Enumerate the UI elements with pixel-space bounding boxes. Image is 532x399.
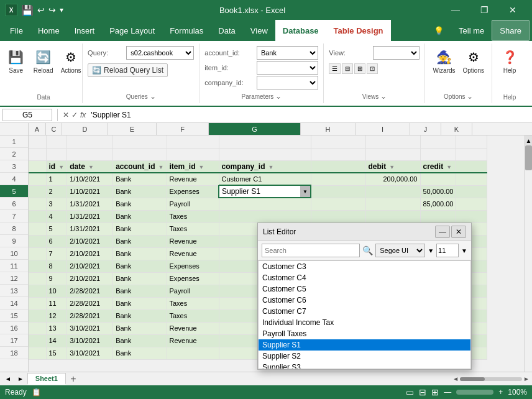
parameters-expand-icon[interactable]: ⌄ [275, 92, 282, 101]
cell[interactable]: 13 [46, 322, 67, 334]
list-item-selected[interactable]: Supplier S1 [259, 339, 470, 351]
list-item[interactable]: Customer C7 [259, 306, 470, 317]
cell[interactable] [420, 173, 456, 185]
cell-header-extra[interactable] [456, 160, 487, 173]
tab-data[interactable]: Data [211, 20, 242, 41]
list-editor-search[interactable] [262, 244, 360, 257]
cell[interactable] [29, 260, 46, 272]
cell[interactable] [29, 198, 46, 210]
tab-database[interactable]: Database [275, 20, 326, 41]
share-btn[interactable]: Share [492, 20, 530, 41]
cell[interactable] [420, 148, 456, 160]
font-size-dropdown-icon[interactable]: ▼ [461, 247, 467, 254]
cell[interactable]: 1/31/2021 [67, 198, 113, 210]
cell[interactable]: Revenue [167, 322, 219, 334]
reload-query-btn[interactable]: 🔄 Reload Query List [88, 63, 168, 77]
fx-icon[interactable]: fx [80, 111, 86, 119]
cell[interactable]: Revenue [167, 235, 219, 247]
cell[interactable]: Payroll [167, 285, 219, 297]
cell[interactable]: Bank [113, 334, 167, 347]
cell[interactable]: Bank [113, 347, 167, 359]
cell[interactable] [311, 185, 365, 198]
cell[interactable]: Bank [113, 247, 167, 260]
cell[interactable] [29, 347, 46, 359]
sheet-tab-sheet1[interactable]: Sheet1 [27, 373, 66, 385]
cell[interactable]: 1/31/2021 [67, 222, 113, 235]
list-item[interactable]: Customer C6 [259, 295, 470, 306]
vertical-scrollbar[interactable]: ▲ ▼ [525, 135, 532, 389]
cell[interactable] [365, 185, 420, 198]
cell[interactable]: 2/10/2021 [67, 272, 113, 285]
list-editor-font-select[interactable]: Segoe UI [375, 244, 425, 257]
list-item[interactable]: Customer C5 [259, 283, 470, 295]
cell[interactable] [456, 210, 487, 222]
cell[interactable]: 3 [46, 198, 67, 210]
row-14[interactable]: 14 [0, 297, 28, 310]
name-box[interactable] [2, 109, 52, 121]
cell[interactable] [365, 135, 420, 148]
cell[interactable]: Bank [113, 173, 167, 185]
hscroll-left-btn[interactable]: ◄ [452, 375, 459, 382]
cell[interactable] [219, 210, 311, 222]
list-editor-minimize-btn[interactable]: — [435, 226, 450, 238]
cell[interactable] [167, 347, 219, 359]
cell[interactable] [29, 322, 46, 334]
cell[interactable] [46, 135, 67, 148]
cancel-formula-icon[interactable]: ✕ [63, 111, 69, 119]
cell[interactable] [29, 310, 46, 322]
cell[interactable] [29, 334, 46, 347]
cell[interactable] [29, 272, 46, 285]
cell[interactable] [311, 210, 365, 222]
cell-header-item[interactable]: item_id ▼ [167, 160, 219, 173]
row-3[interactable]: 3 [0, 160, 28, 173]
cell[interactable]: 7 [46, 247, 67, 260]
list-item[interactable]: Supplier S2 [259, 351, 470, 362]
row-12[interactable]: 12 [0, 272, 28, 285]
cell[interactable]: 3/10/2021 [67, 347, 113, 359]
close-btn[interactable]: ✕ [498, 0, 527, 20]
cell[interactable]: Bank [113, 285, 167, 297]
cell[interactable] [311, 148, 365, 160]
cell[interactable]: 1/10/2021 [67, 173, 113, 185]
cell[interactable]: Bank [113, 185, 167, 198]
cell[interactable]: 1/10/2021 [67, 185, 113, 198]
cell[interactable]: Bank [113, 210, 167, 222]
col-K[interactable]: K [441, 123, 472, 135]
cell[interactable]: 15 [46, 347, 67, 359]
row-10[interactable]: 10 [0, 247, 28, 260]
cell[interactable] [29, 185, 46, 198]
col-J[interactable]: J [410, 123, 441, 135]
cell[interactable]: Bank [113, 198, 167, 210]
list-item[interactable]: Individual Income Tax [259, 317, 470, 328]
formula-input[interactable] [88, 109, 530, 121]
cell[interactable]: Bank [113, 322, 167, 334]
cell[interactable]: 1 [46, 173, 67, 185]
cell[interactable] [29, 222, 46, 235]
cell[interactable] [29, 285, 46, 297]
row-2[interactable]: 2 [0, 148, 28, 160]
cell[interactable]: Revenue [167, 173, 219, 185]
cell[interactable]: 8 [46, 260, 67, 272]
scroll-thumb-v[interactable] [525, 145, 532, 170]
cell[interactable]: Expenses [167, 272, 219, 285]
cell[interactable] [29, 235, 46, 247]
cell[interactable]: 2/10/2021 [67, 260, 113, 272]
views-expand-icon[interactable]: ⌄ [380, 92, 387, 101]
layout-normal-icon[interactable]: ▭ [406, 387, 414, 397]
cell[interactable]: 4 [46, 210, 67, 222]
cell[interactable]: Revenue [167, 334, 219, 347]
list-editor-font-size[interactable] [436, 244, 459, 257]
cell[interactable] [365, 210, 420, 222]
hscroll-track[interactable] [460, 377, 522, 381]
cell-header-date[interactable]: date ▼ [67, 160, 113, 173]
cell[interactable] [29, 247, 46, 260]
list-editor-close-btn[interactable]: ✕ [451, 226, 466, 238]
scroll-up-btn[interactable]: ▲ [525, 135, 532, 145]
cell[interactable]: 50,000.00 [420, 185, 456, 198]
row-17[interactable]: 17 [0, 334, 28, 347]
cell[interactable] [29, 135, 46, 148]
cell-header-id[interactable]: id ▼ [46, 160, 67, 173]
cell-header-credit[interactable]: credit ▼ [420, 160, 456, 173]
cell[interactable]: 5 [46, 222, 67, 235]
tell-me-input[interactable]: Tell me [451, 20, 492, 41]
